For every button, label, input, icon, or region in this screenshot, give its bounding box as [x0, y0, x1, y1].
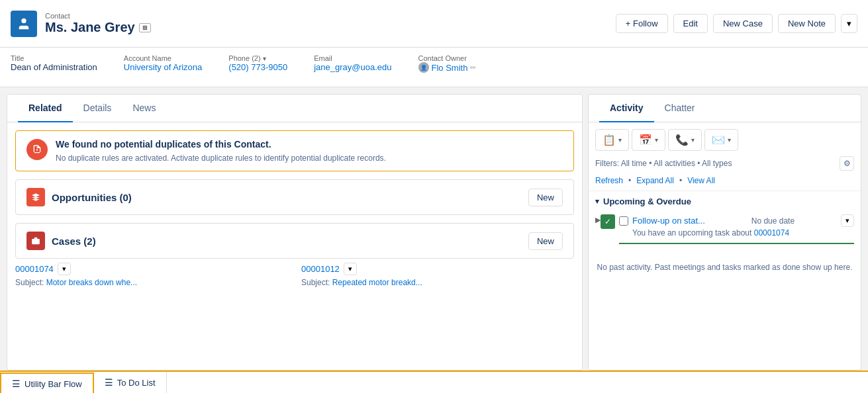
email-value[interactable]: jane_gray@uoa.edu	[314, 62, 391, 72]
tab-related[interactable]: Related	[18, 95, 73, 122]
expand-all-link[interactable]: Expand All	[636, 176, 674, 185]
task-checkbox[interactable]	[619, 216, 628, 226]
email-caret: ▾	[728, 136, 731, 144]
bottom-bar: ☰ Utility Bar Flow ☰ To Do List	[0, 371, 868, 393]
phone-value[interactable]: (520) 773-9050	[228, 62, 287, 72]
account-field: Account Name University of Arizona	[124, 54, 203, 72]
utility-bar-flow-icon: ☰	[12, 378, 21, 389]
contact-meta: Contact Ms. Jane Grey ⊞	[45, 12, 151, 35]
cases-left: Cases (2)	[26, 232, 96, 250]
task-type-icon: ✓	[601, 214, 615, 229]
event-icon: 📅	[639, 134, 652, 146]
duplicate-title: We found no potential duplicates of this…	[56, 139, 386, 150]
top-header: Contact Ms. Jane Grey ⊞ + Follow Edit Ne…	[0, 0, 868, 48]
case-1-subject: Subject: Motor breaks down whe...	[15, 278, 288, 287]
case-2-dropdown[interactable]: ▾	[344, 263, 357, 275]
title-value: Dean of Administration	[11, 62, 97, 72]
task-case-link[interactable]: 00001074	[754, 228, 789, 238]
task-title-row: Follow-up on stat... No due date ▾	[632, 214, 854, 227]
email-label: Email	[314, 54, 391, 62]
svg-point-0	[21, 18, 26, 22]
gear-icon[interactable]: ⚙	[840, 156, 854, 171]
duplicate-icon	[26, 139, 48, 160]
new-case-button[interactable]: New Case	[713, 14, 773, 33]
no-past-message: No past activity. Past meetings and task…	[589, 249, 861, 285]
case-1-dropdown[interactable]: ▾	[58, 263, 71, 275]
account-label: Account Name	[124, 54, 203, 62]
owner-value[interactable]: Flo Smith	[432, 63, 468, 73]
phone-field: Phone (2) ▾ (520) 773-9050	[228, 54, 287, 72]
left-tabs: Related Details News	[7, 95, 582, 122]
task-expand-icon[interactable]: ▶	[595, 214, 601, 224]
main-area: Related Details News We found no potenti…	[0, 87, 868, 371]
task-container: ▶ ✓ Follow-up on stat... No due date ▾ Y…	[589, 212, 861, 243]
tab-chatter[interactable]: Chatter	[654, 95, 706, 122]
cases-section: Cases (2) New	[15, 223, 574, 259]
more-actions-button[interactable]: ▾	[841, 14, 857, 33]
event-caret: ▾	[655, 136, 658, 144]
owner-edit-icon[interactable]: ✏	[470, 64, 476, 72]
case-1-id[interactable]: 00001074	[15, 264, 54, 274]
opportunities-title: Opportunities (0)	[52, 192, 132, 203]
filters-text: Filters: All time • All activities • All…	[595, 159, 732, 168]
new-opportunity-button[interactable]: New	[528, 189, 563, 206]
account-link[interactable]: University of Arizona	[124, 62, 203, 72]
cases-icon	[26, 232, 45, 250]
contact-icon	[11, 11, 37, 37]
email-icon: ✉️	[712, 134, 725, 146]
call-icon: 📞	[675, 134, 689, 146]
task-title[interactable]: Follow-up on stat...	[632, 216, 705, 226]
activity-links: Refresh • Expand All • View All	[589, 173, 861, 191]
owner-label: Contact Owner	[418, 54, 477, 62]
case-2-id[interactable]: 00001012	[301, 264, 340, 274]
view-all-link[interactable]: View All	[687, 176, 715, 185]
upcoming-header: ▾ Upcoming & Overdue	[589, 191, 861, 212]
header-right: + Follow Edit New Case New Note ▾	[616, 14, 857, 33]
tab-activity[interactable]: Activity	[599, 95, 654, 122]
case-1-subject-link[interactable]: Motor breaks down whe...	[46, 278, 137, 287]
case-2-row: 00001012 ▾	[301, 263, 574, 275]
tab-news[interactable]: News	[122, 95, 166, 122]
refresh-link[interactable]: Refresh	[595, 176, 623, 185]
email-field: Email jane_gray@uoa.edu	[314, 54, 391, 72]
new-note-button[interactable]: New Note	[778, 14, 836, 33]
name-icon[interactable]: ⊞	[139, 23, 151, 32]
header-left: Contact Ms. Jane Grey ⊞	[11, 11, 151, 37]
title-field: Title Dean of Administration	[11, 54, 97, 72]
new-case-section-button[interactable]: New	[528, 232, 563, 250]
task-dropdown-button[interactable]: ▾	[841, 214, 854, 227]
log-call-button[interactable]: 📞 ▾	[668, 129, 702, 151]
duplicate-body: No duplicate rules are activated. Activa…	[56, 153, 386, 163]
object-type-label: Contact	[45, 12, 151, 20]
follow-button[interactable]: + Follow	[616, 14, 668, 33]
owner-row: 👤 Flo Smith ✏	[418, 62, 477, 73]
to-do-list-item[interactable]: ☰ To Do List	[94, 372, 167, 393]
case-item-1: 00001074 ▾ Subject: Motor breaks down wh…	[15, 263, 288, 287]
task-icon: 📋	[603, 134, 616, 146]
owner-avatar: 👤	[418, 62, 429, 73]
opportunities-icon	[26, 188, 45, 206]
title-label: Title	[11, 54, 97, 62]
activity-tabs: Activity Chatter	[589, 95, 861, 122]
task-caret: ▾	[618, 136, 622, 144]
right-panel: Activity Chatter 📋 ▾ 📅 ▾ 📞 ▾ ✉️ ▾	[588, 94, 861, 371]
email-button[interactable]: ✉️ ▾	[704, 129, 738, 151]
activity-actions: 📋 ▾ 📅 ▾ 📞 ▾ ✉️ ▾	[589, 122, 861, 153]
duplicate-text: We found no potential duplicates of this…	[56, 139, 386, 163]
owner-field: Contact Owner 👤 Flo Smith ✏	[418, 54, 477, 73]
left-panel: Related Details News We found no potenti…	[7, 94, 583, 371]
task-details: Follow-up on stat... No due date ▾ You h…	[632, 214, 854, 238]
to-do-list-label: To Do List	[117, 378, 156, 388]
activity-filters: Filters: All time • All activities • All…	[589, 153, 861, 173]
upcoming-chevron[interactable]: ▾	[595, 197, 599, 206]
case-2-subject-link[interactable]: Repeated motor breakd...	[332, 278, 422, 287]
utility-bar-flow-item[interactable]: ☰ Utility Bar Flow	[0, 372, 94, 393]
phone-label: Phone (2) ▾	[228, 54, 287, 62]
case-item-2: 00001012 ▾ Subject: Repeated motor break…	[301, 263, 574, 287]
task-bar	[619, 243, 854, 244]
edit-button[interactable]: Edit	[673, 14, 708, 33]
new-task-button[interactable]: 📋 ▾	[595, 129, 629, 151]
cases-title: Cases (2)	[52, 236, 96, 247]
new-event-button[interactable]: 📅 ▾	[632, 129, 665, 151]
tab-details[interactable]: Details	[73, 95, 122, 122]
